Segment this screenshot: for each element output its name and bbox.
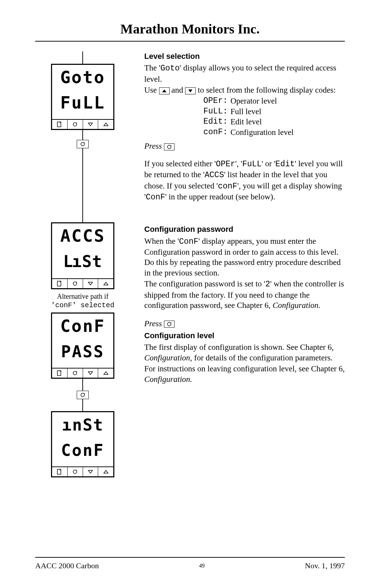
footer-date: Nov. 1, 1997 — [305, 561, 345, 570]
svg-text:ACCS: ACCS — [60, 226, 105, 245]
page-icon — [52, 279, 68, 288]
code-row: conF:Configuration level — [197, 127, 345, 137]
device-button-row — [52, 278, 113, 288]
para: The 'Goto' display allows you to select … — [144, 63, 345, 84]
cycle-button-icon — [164, 321, 175, 328]
code-row: Edit:Edit level — [197, 117, 345, 127]
para: For instructions on leaving configuratio… — [144, 364, 345, 384]
up-button-icon — [159, 87, 170, 94]
code-row: FuLL:Full level — [197, 106, 345, 117]
svg-text:PASS: PASS — [61, 342, 104, 361]
device-display-inst-conf: ınSt ConF — [51, 411, 114, 477]
heading-config-password: Configuration password — [144, 224, 345, 234]
cycle-icon — [68, 369, 83, 378]
device-display-goto: Goto FuLL — [51, 64, 114, 130]
svg-point-12 — [73, 371, 77, 375]
down-button-icon — [185, 87, 196, 94]
display-upper: Goto — [52, 65, 113, 91]
svg-text:ınSt: ınSt — [62, 415, 104, 434]
device-flow-column: Goto FuLL — [35, 51, 130, 477]
svg-text:ConF: ConF — [60, 316, 105, 335]
down-triangle-icon — [83, 120, 99, 129]
page-icon — [52, 120, 68, 129]
down-triangle-icon — [83, 279, 99, 288]
svg-point-3 — [73, 123, 77, 126]
svg-text:ConF: ConF — [61, 441, 104, 460]
svg-point-4 — [81, 142, 84, 146]
cycle-icon — [68, 467, 83, 476]
para: When the 'ConF' display appears, you mus… — [144, 236, 345, 278]
svg-point-8 — [73, 282, 77, 285]
press-instruction: Press — [144, 318, 345, 329]
display-upper: ınSt — [52, 412, 113, 438]
up-triangle-icon — [98, 467, 113, 476]
heading-level-selection: Level selection — [144, 51, 345, 61]
heading-config-level: Configuration level — [144, 331, 345, 341]
down-triangle-icon — [83, 467, 99, 476]
display-lower: FuLL — [52, 91, 113, 119]
svg-text:LıSt: LıSt — [63, 252, 102, 271]
page-icon — [52, 369, 68, 378]
up-triangle-icon — [98, 369, 113, 378]
display-upper: ConF — [52, 314, 113, 340]
device-button-row — [52, 466, 113, 476]
display-lower: LıSt — [52, 249, 113, 278]
svg-text:Goto: Goto — [60, 67, 105, 87]
para: The configuration password is set to '2'… — [144, 279, 345, 310]
footer-product: AACC 2000 Carbon — [35, 561, 99, 570]
svg-point-19 — [167, 322, 171, 326]
svg-text:FuLL: FuLL — [60, 93, 105, 112]
footer-page-number: 49 — [199, 561, 205, 569]
para: The first display of configuration is sh… — [144, 342, 345, 363]
text-column: Level selection The 'Goto' display allow… — [144, 51, 345, 477]
display-lower: ConF — [52, 438, 113, 466]
cycle-button-icon — [164, 143, 175, 150]
mid-cycle-button — [77, 391, 89, 399]
display-upper: ACCS — [52, 223, 113, 249]
device-display-accs: ACCS LıSt — [51, 222, 114, 289]
cycle-icon — [68, 279, 83, 288]
code-row: OPEr:Operator level — [197, 96, 345, 106]
para: If you selected either 'OPEr', 'FuLL' or… — [144, 159, 345, 203]
up-triangle-icon — [98, 279, 113, 288]
para: Use and to select from the following dis… — [144, 85, 345, 95]
page-footer: AACC 2000 Carbon 49 Nov. 1, 1997 — [35, 557, 345, 570]
page-header: Marathon Monitors Inc. — [35, 21, 345, 42]
device-button-row — [52, 368, 113, 378]
device-button-row — [52, 119, 113, 129]
svg-point-18 — [167, 145, 171, 149]
page-icon — [52, 467, 68, 476]
cycle-icon — [68, 120, 83, 129]
up-triangle-icon — [98, 120, 113, 129]
alt-path-caption: Alternative path if 'conF' selected — [35, 289, 130, 312]
down-triangle-icon — [83, 369, 99, 378]
mid-cycle-button — [77, 140, 89, 148]
display-lower: PASS — [52, 340, 113, 368]
svg-point-17 — [73, 470, 77, 474]
press-instruction: Press — [144, 141, 345, 151]
device-display-conf-pass: ConF PASS — [51, 312, 114, 379]
svg-point-13 — [81, 393, 84, 397]
